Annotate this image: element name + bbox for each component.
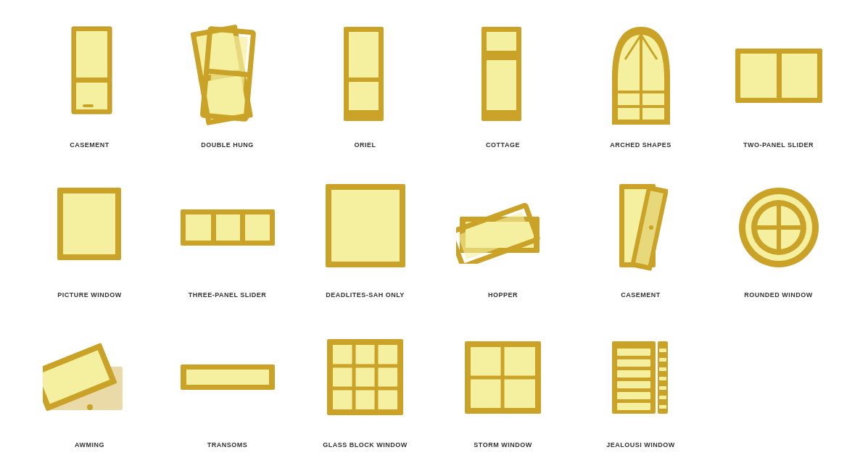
arched-shapes-cell: ARCHED SHAPES [572,11,710,154]
svg-rect-30 [777,49,782,103]
svg-rect-12 [208,72,244,110]
oriel-icon [338,20,392,135]
casement2-cell: CASEMENT [572,160,710,303]
svg-rect-77 [617,392,650,399]
svg-rect-20 [487,32,516,51]
svg-rect-15 [349,32,379,110]
transoms-cell: TRANSOMS [159,310,297,453]
jealousi-window-label: JEALOUSI WINDOW [606,441,675,449]
svg-rect-29 [780,54,817,98]
svg-rect-74 [617,359,650,367]
three-panel-slider-label: THREE-PANEL SLIDER [189,291,267,299]
svg-rect-32 [63,193,115,254]
hopper-cell: HOPPER [434,160,572,303]
glass-block-cell: GLASS BLOCK WINDOW [297,310,434,453]
svg-rect-5 [76,31,107,73]
glass-block-label: GLASS BLOCK WINDOW [323,441,408,449]
casement-icon [57,20,123,135]
svg-rect-80 [659,349,666,352]
double-hung-icon [188,20,268,135]
svg-rect-16 [344,78,384,82]
three-panel-slider-cell: THREE-PANEL SLIDER [159,160,297,303]
casement-label: CASEMENT [70,141,109,149]
two-panel-slider-icon [732,20,826,135]
glass-block-icon [323,320,407,435]
casement2-icon [613,170,668,285]
rounded-window-label: ROUNDED WINDOW [744,291,813,299]
two-panel-slider-cell: TWO-PANEL SLIDER [710,11,848,154]
deadlites-icon [322,170,409,285]
jealousi-window-icon [608,320,674,435]
svg-rect-37 [211,209,216,246]
double-hung-label: DOUBLE HUNG [201,141,254,149]
two-panel-slider-label: TWO-PANEL SLIDER [743,141,814,149]
svg-rect-76 [617,381,650,388]
awming-icon [43,320,137,435]
svg-rect-75 [617,370,650,378]
picture-window-icon [54,170,126,285]
oriel-label: ORIEL [354,141,376,149]
window-types-grid: CASEMENT DOUBLE HUNG [21,11,848,453]
svg-rect-84 [659,386,666,390]
cottage-icon [476,20,530,135]
svg-rect-36 [244,214,270,241]
svg-rect-61 [186,370,269,385]
svg-point-59 [87,404,93,410]
picture-window-cell: PICTURE WINDOW [21,160,159,303]
svg-rect-34 [186,214,211,241]
arched-shapes-label: ARCHED SHAPES [610,141,671,149]
deadlites-label: DEADLITES-SAH ONLY [326,291,405,299]
oriel-cell: ORIEL [297,11,434,154]
svg-rect-11 [211,34,247,72]
arched-shapes-icon [605,20,677,135]
hopper-label: HOPPER [488,291,518,299]
awming-cell: AWMING [21,310,159,453]
svg-rect-78 [617,403,650,410]
svg-rect-35 [215,214,240,241]
svg-rect-83 [659,377,666,380]
storm-window-icon [461,320,545,435]
storm-window-cell: STORM WINDOW [434,310,572,453]
svg-rect-63 [333,345,397,409]
svg-rect-85 [659,396,666,399]
svg-rect-3 [76,83,107,108]
awming-label: AWMING [75,441,104,449]
transoms-icon [177,320,278,435]
svg-rect-21 [481,51,521,57]
svg-rect-86 [659,405,666,409]
transoms-label: TRANSOMS [207,441,248,449]
rounded-window-cell: ROUNDED WINDOW [710,160,848,303]
storm-window-label: STORM WINDOW [474,441,532,449]
casement2-label: CASEMENT [621,291,661,299]
svg-rect-38 [240,209,245,246]
double-hung-cell: DOUBLE HUNG [159,11,297,154]
svg-rect-4 [83,104,94,107]
hopper-icon [456,170,550,285]
svg-rect-82 [659,367,666,371]
casement-cell: CASEMENT [21,11,159,154]
svg-rect-2 [72,78,112,83]
jealousi-window-cell: JEALOUSI WINDOW [572,310,710,453]
cottage-label: COTTAGE [486,141,520,149]
svg-point-49 [649,225,653,230]
svg-rect-28 [740,54,777,98]
rounded-window-icon [735,170,822,285]
picture-window-label: PICTURE WINDOW [57,291,122,299]
cottage-cell: COTTAGE [434,11,572,154]
svg-rect-73 [617,349,650,356]
svg-rect-40 [331,190,400,262]
three-panel-slider-icon [177,170,278,285]
svg-rect-81 [659,358,666,362]
deadlites-cell: DEADLITES-SAH ONLY [297,160,434,303]
